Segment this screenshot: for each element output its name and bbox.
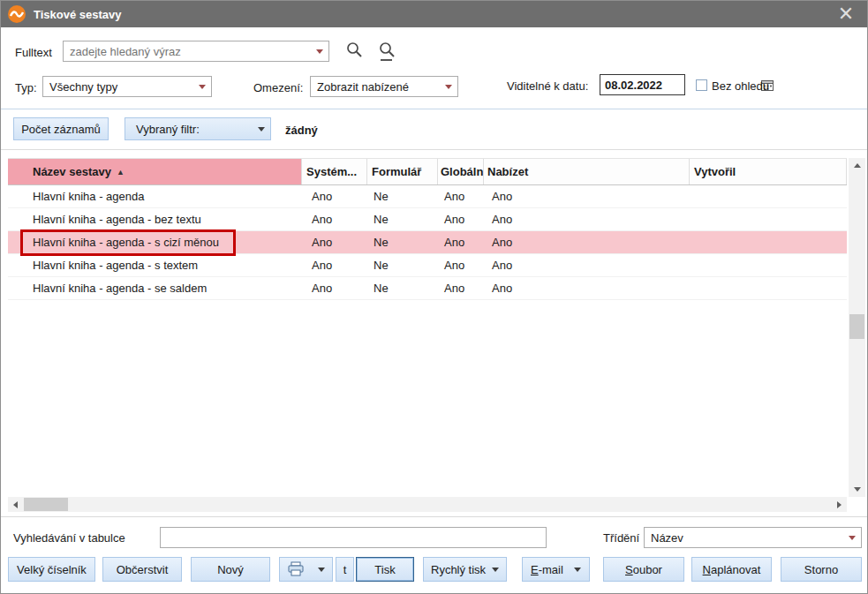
cell-globalni[interactable]: Ano xyxy=(438,185,484,207)
window-title: Tiskové sestavy xyxy=(34,8,122,21)
horizontal-scrollbar-thumb[interactable] xyxy=(24,498,68,511)
type-dropdown-button[interactable] xyxy=(193,77,211,96)
cell-system[interactable]: Ano xyxy=(302,185,367,207)
selected-filter-dropdown-button[interactable] xyxy=(253,118,270,139)
table-search-input[interactable] xyxy=(160,527,547,548)
chevron-down-icon xyxy=(318,568,325,572)
search-next-button[interactable] xyxy=(378,41,396,62)
table-row[interactable]: Hlavní kniha - agenda - s textem Ano Ne … xyxy=(8,254,847,277)
selected-filter-value: žádný xyxy=(285,124,318,137)
table-header: Název sestavy ▲ Systém... Formulář Globá… xyxy=(8,158,847,185)
record-count-button[interactable]: Počet záznamů xyxy=(13,117,109,140)
titlebar[interactable]: Tiskové sestavy ✕ xyxy=(1,1,867,27)
chevron-down-icon xyxy=(445,85,452,89)
email-button[interactable]: E-mail xyxy=(522,557,590,582)
search-button[interactable] xyxy=(345,41,364,59)
cell-nabizet[interactable]: Ano xyxy=(484,231,690,253)
cell-formular[interactable]: Ne xyxy=(367,231,438,253)
cell-nabizet[interactable]: Ano xyxy=(484,277,690,299)
scroll-down-button[interactable] xyxy=(849,482,865,497)
cell-nazev[interactable]: Hlavní kniha - agenda - s cizí měnou xyxy=(8,231,302,253)
close-button[interactable]: ✕ xyxy=(834,1,858,27)
file-button[interactable]: Soubor xyxy=(603,557,684,582)
cell-globalni[interactable]: Ano xyxy=(438,208,484,230)
cell-nabizet[interactable]: Ano xyxy=(484,185,690,207)
cancel-button[interactable]: Storno xyxy=(781,557,862,582)
fulltext-combo[interactable] xyxy=(63,41,329,62)
table-row-selected[interactable]: Hlavní kniha - agenda - s cizí měnou Ano… xyxy=(8,231,847,254)
print-button[interactable]: Tisk xyxy=(356,557,414,582)
chevron-down-icon xyxy=(492,568,499,572)
vertical-scrollbar-thumb[interactable] xyxy=(849,314,864,339)
cell-system[interactable]: Ano xyxy=(302,208,367,230)
chevron-down-icon xyxy=(574,568,581,572)
type-value: Všechny typy xyxy=(43,80,193,94)
cell-vytvoril[interactable] xyxy=(690,254,847,276)
chevron-down-icon xyxy=(849,536,856,540)
scroll-left-button[interactable] xyxy=(8,497,23,512)
chevron-down-icon xyxy=(258,127,265,132)
chevron-down-icon xyxy=(199,85,206,89)
column-header-globalni[interactable]: Globální xyxy=(438,159,484,184)
column-header-nabizet[interactable]: Nabízet xyxy=(484,159,690,184)
cell-formular[interactable]: Ne xyxy=(367,185,438,207)
cell-globalni[interactable]: Ano xyxy=(438,254,484,276)
cell-vytvoril[interactable] xyxy=(690,185,847,207)
cell-globalni[interactable]: Ano xyxy=(438,231,484,253)
new-button[interactable]: Nový xyxy=(191,557,270,582)
cell-nabizet[interactable]: Ano xyxy=(484,254,690,276)
cell-nazev[interactable]: Hlavní kniha - agenda - se saldem xyxy=(8,277,302,299)
selected-filter-combo[interactable]: Vybraný filtr: xyxy=(125,117,271,140)
restriction-combo[interactable]: Zobrazit nabízené xyxy=(310,76,458,97)
column-header-nazev-sestavy[interactable]: Název sestavy ▲ xyxy=(8,159,302,184)
ignore-checkbox[interactable] xyxy=(696,79,707,91)
cell-vytvoril[interactable] xyxy=(690,231,847,253)
print-overlap-button[interactable]: t xyxy=(336,557,354,582)
table-row[interactable]: Hlavní kniha - agenda - se saldem Ano Ne… xyxy=(8,277,847,300)
sort-combo-value: Název xyxy=(645,531,843,545)
restriction-value: Zobrazit nabízené xyxy=(311,80,440,94)
cell-formular[interactable]: Ne xyxy=(367,254,438,276)
column-header-system[interactable]: Systém... xyxy=(302,159,367,184)
quick-print-button[interactable]: Rychlý tisk xyxy=(423,557,507,582)
cell-nabizet[interactable]: Ano xyxy=(484,208,690,230)
print-menu-button[interactable] xyxy=(279,557,333,582)
sort-dropdown-button[interactable] xyxy=(843,528,861,547)
large-list-button[interactable]: Velký číselník xyxy=(8,557,95,582)
close-icon: ✕ xyxy=(838,3,854,26)
scroll-right-button[interactable] xyxy=(832,497,847,512)
schedule-button[interactable]: Naplánovat xyxy=(691,557,772,582)
column-header-formular[interactable]: Formulář xyxy=(367,159,438,184)
restriction-dropdown-button[interactable] xyxy=(440,77,457,96)
tiskove-sestavy-window: Tiskové sestavy ✕ Fulltext Typ: Všechny … xyxy=(0,0,868,594)
horizontal-scrollbar[interactable] xyxy=(8,497,847,512)
cell-system[interactable]: Ano xyxy=(302,231,367,253)
type-label: Typ: xyxy=(15,81,37,94)
printer-icon xyxy=(287,561,305,577)
fulltext-dropdown-button[interactable] xyxy=(311,41,328,61)
table-row[interactable]: Hlavní kniha - agenda - bez textu Ano Ne… xyxy=(8,208,847,231)
column-header-vytvoril[interactable]: Vytvořil xyxy=(690,159,847,184)
table-row[interactable]: Hlavní kniha - agenda Ano Ne Ano Ano xyxy=(8,185,847,208)
cell-system[interactable]: Ano xyxy=(302,277,367,299)
cell-formular[interactable]: Ne xyxy=(367,277,438,299)
type-combo[interactable]: Všechny typy xyxy=(42,76,212,97)
cell-nazev[interactable]: Hlavní kniha - agenda - s textem xyxy=(8,254,302,276)
cell-nazev[interactable]: Hlavní kniha - agenda - bez textu xyxy=(8,208,302,230)
cell-globalni[interactable]: Ano xyxy=(438,277,484,299)
sort-combo[interactable]: Název xyxy=(644,527,862,548)
fulltext-input[interactable] xyxy=(64,41,311,61)
visible-date-field[interactable] xyxy=(600,74,685,95)
ignore-checkbox-label: Bez ohledu xyxy=(712,79,769,93)
vertical-scrollbar[interactable] xyxy=(849,158,865,497)
cell-vytvoril[interactable] xyxy=(690,208,847,230)
cell-nazev[interactable]: Hlavní kniha - agenda xyxy=(8,185,302,207)
scroll-up-button[interactable] xyxy=(849,158,865,173)
chevron-up-icon xyxy=(854,163,861,168)
cell-vytvoril[interactable] xyxy=(690,277,847,299)
fulltext-label: Fulltext xyxy=(15,46,52,59)
reports-table: Název sestavy ▲ Systém... Formulář Globá… xyxy=(8,158,847,497)
refresh-button[interactable]: Občerstvit xyxy=(102,557,182,582)
cell-formular[interactable]: Ne xyxy=(367,208,438,230)
cell-system[interactable]: Ano xyxy=(302,254,367,276)
